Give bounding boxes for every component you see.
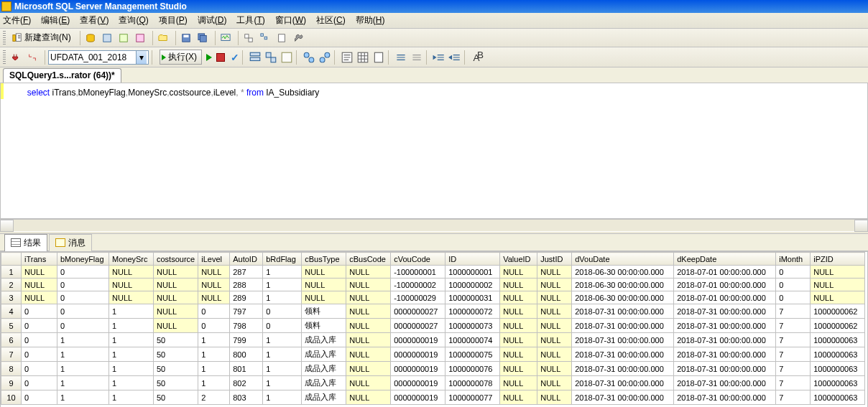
- include-plan-button[interactable]: [303, 51, 315, 64]
- cell[interactable]: 1: [57, 362, 109, 376]
- cell[interactable]: 7: [776, 304, 811, 319]
- cell[interactable]: 1000000062: [811, 319, 865, 333]
- cell[interactable]: NULL: [346, 291, 391, 304]
- cell[interactable]: 2018-07-01 00:00:00.000: [674, 266, 776, 279]
- increase-indent-button[interactable]: [448, 51, 461, 64]
- menu-item[interactable]: 窗口(W): [275, 14, 306, 27]
- cell[interactable]: 1: [57, 390, 109, 405]
- menu-item[interactable]: 文件(F): [3, 14, 31, 27]
- cell[interactable]: NULL: [346, 362, 391, 376]
- column-header[interactable]: iMonth: [776, 253, 811, 266]
- cell[interactable]: 1: [263, 333, 302, 347]
- cell[interactable]: 1000000063: [811, 347, 865, 362]
- cell[interactable]: 2018-07-31 00:00:00.000: [572, 333, 674, 347]
- cell[interactable]: 288: [230, 279, 263, 291]
- cell[interactable]: 1000000077: [445, 390, 500, 405]
- cell[interactable]: 50: [154, 390, 198, 405]
- column-header[interactable]: iPZID: [811, 253, 865, 266]
- cell[interactable]: 1: [263, 291, 302, 304]
- cell[interactable]: 1: [263, 390, 302, 405]
- cell[interactable]: NULL: [537, 347, 572, 362]
- cell[interactable]: 50: [154, 333, 198, 347]
- cell[interactable]: NULL: [109, 279, 154, 291]
- document-tab[interactable]: SQLQuery1.s...rator (64))*: [3, 68, 121, 83]
- cell[interactable]: NULL: [346, 266, 391, 279]
- cell[interactable]: NULL: [500, 304, 537, 319]
- column-header[interactable]: ID: [445, 253, 500, 266]
- cell[interactable]: 50: [154, 347, 198, 362]
- cell[interactable]: NULL: [302, 279, 346, 291]
- cell[interactable]: 1: [263, 347, 302, 362]
- row-number[interactable]: 9: [1, 376, 22, 390]
- cell[interactable]: 0: [57, 266, 109, 279]
- cell[interactable]: 0000000019: [391, 333, 445, 347]
- cell[interactable]: 287: [230, 266, 263, 279]
- cell[interactable]: 1: [198, 333, 230, 347]
- column-header[interactable]: iTrans: [22, 253, 57, 266]
- cell[interactable]: NULL: [500, 390, 537, 405]
- cell[interactable]: 1: [198, 362, 230, 376]
- cell[interactable]: 领料: [302, 319, 346, 333]
- comment-button[interactable]: [394, 51, 407, 64]
- cell[interactable]: 1: [109, 390, 154, 405]
- cell[interactable]: 2018-07-31 00:00:00.000: [572, 376, 674, 390]
- cell[interactable]: 1000000001: [445, 266, 500, 279]
- cell[interactable]: NULL: [109, 266, 154, 279]
- cell[interactable]: 成品入库: [302, 390, 346, 405]
- cell[interactable]: NULL: [500, 376, 537, 390]
- row-number[interactable]: 8: [1, 362, 22, 376]
- cell[interactable]: 0: [263, 319, 302, 333]
- cell[interactable]: 1: [109, 333, 154, 347]
- cell[interactable]: 0: [22, 304, 57, 319]
- xmla-button[interactable]: [133, 31, 147, 45]
- cell[interactable]: 1: [57, 333, 109, 347]
- cell[interactable]: NULL: [154, 319, 198, 333]
- registered-servers-button[interactable]: [241, 31, 256, 45]
- cell[interactable]: 2018-07-31 00:00:00.000: [674, 390, 776, 405]
- column-header[interactable]: MoneySrc: [109, 253, 154, 266]
- cell[interactable]: 1: [109, 319, 154, 333]
- column-header[interactable]: cBusType: [302, 253, 346, 266]
- cell[interactable]: 1000000002: [445, 279, 500, 291]
- cell[interactable]: 1000000072: [445, 304, 500, 319]
- cell[interactable]: 50: [154, 362, 198, 376]
- cell[interactable]: 1000000063: [811, 376, 865, 390]
- column-header[interactable]: JustID: [537, 253, 572, 266]
- cell[interactable]: 0: [57, 291, 109, 304]
- cell[interactable]: NULL: [346, 376, 391, 390]
- cell[interactable]: 1: [198, 347, 230, 362]
- cell[interactable]: 803: [230, 390, 263, 405]
- cell[interactable]: 802: [230, 376, 263, 390]
- cell[interactable]: 1: [109, 304, 154, 319]
- row-number[interactable]: 6: [1, 333, 22, 347]
- cell[interactable]: NULL: [302, 291, 346, 304]
- cell[interactable]: NULL: [537, 304, 572, 319]
- cell[interactable]: NULL: [500, 347, 537, 362]
- results-grid[interactable]: iTransbMoneyFlagMoneySrccostsourceiLevel…: [0, 251, 868, 407]
- save-all-button[interactable]: [195, 31, 210, 45]
- cell[interactable]: 2018-07-31 00:00:00.000: [572, 362, 674, 376]
- cell[interactable]: NULL: [346, 319, 391, 333]
- row-number[interactable]: 7: [1, 347, 22, 362]
- menu-item[interactable]: 社区(C): [316, 14, 346, 27]
- cell[interactable]: 成品入库: [302, 333, 346, 347]
- cell[interactable]: 1: [57, 347, 109, 362]
- cell[interactable]: 801: [230, 362, 263, 376]
- cell[interactable]: 1000000063: [811, 362, 865, 376]
- cell[interactable]: 2018-07-31 00:00:00.000: [674, 304, 776, 319]
- db-engine-button[interactable]: [83, 31, 98, 45]
- cell[interactable]: 0: [22, 376, 57, 390]
- cell[interactable]: 1000000031: [445, 291, 500, 304]
- cell[interactable]: NULL: [537, 279, 572, 291]
- cell[interactable]: 289: [230, 291, 263, 304]
- row-number[interactable]: 5: [1, 319, 22, 333]
- cell[interactable]: 0: [22, 319, 57, 333]
- cell[interactable]: 799: [230, 333, 263, 347]
- cell[interactable]: 0000000027: [391, 304, 445, 319]
- connect-button[interactable]: [9, 50, 23, 65]
- cell[interactable]: NULL: [537, 333, 572, 347]
- cell[interactable]: 0: [22, 362, 57, 376]
- cell[interactable]: NULL: [22, 266, 57, 279]
- cell[interactable]: 2018-07-31 00:00:00.000: [572, 304, 674, 319]
- cell[interactable]: 1000000063: [811, 333, 865, 347]
